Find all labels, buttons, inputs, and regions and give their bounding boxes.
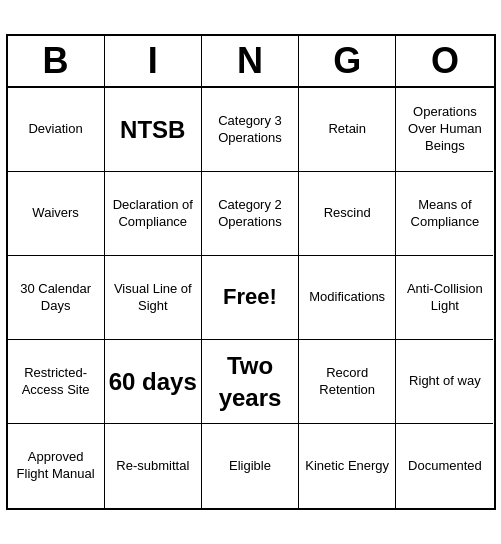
- bingo-cell-2: Category 3 Operations: [202, 88, 299, 172]
- bingo-letter-n: N: [202, 36, 299, 86]
- bingo-cell-5: Waivers: [8, 172, 105, 256]
- bingo-card: BINGO DeviationNTSBCategory 3 Operations…: [6, 34, 496, 510]
- bingo-header: BINGO: [8, 36, 494, 88]
- bingo-cell-22: Eligible: [202, 424, 299, 508]
- bingo-cell-4: Operations Over Human Beings: [396, 88, 493, 172]
- bingo-cell-14: Anti-Collision Light: [396, 256, 493, 340]
- bingo-letter-b: B: [8, 36, 105, 86]
- bingo-cell-20: Approved Flight Manual: [8, 424, 105, 508]
- bingo-cell-18: Record Retention: [299, 340, 396, 424]
- bingo-cell-10: 30 Calendar Days: [8, 256, 105, 340]
- bingo-cell-3: Retain: [299, 88, 396, 172]
- bingo-letter-g: G: [299, 36, 396, 86]
- bingo-grid: DeviationNTSBCategory 3 OperationsRetain…: [8, 88, 494, 508]
- bingo-cell-17: Two years: [202, 340, 299, 424]
- bingo-cell-23: Kinetic Energy: [299, 424, 396, 508]
- bingo-cell-21: Re-submittal: [105, 424, 202, 508]
- bingo-cell-11: Visual Line of Sight: [105, 256, 202, 340]
- bingo-cell-0: Deviation: [8, 88, 105, 172]
- bingo-cell-12: Free!: [202, 256, 299, 340]
- bingo-cell-13: Modifications: [299, 256, 396, 340]
- bingo-letter-o: O: [396, 36, 493, 86]
- bingo-cell-15: Restricted-Access Site: [8, 340, 105, 424]
- bingo-cell-8: Rescind: [299, 172, 396, 256]
- bingo-cell-16: 60 days: [105, 340, 202, 424]
- bingo-cell-19: Right of way: [396, 340, 493, 424]
- bingo-cell-24: Documented: [396, 424, 493, 508]
- bingo-cell-1: NTSB: [105, 88, 202, 172]
- bingo-cell-9: Means of Compliance: [396, 172, 493, 256]
- bingo-cell-6: Declaration of Compliance: [105, 172, 202, 256]
- bingo-cell-7: Category 2 Operations: [202, 172, 299, 256]
- bingo-letter-i: I: [105, 36, 202, 86]
